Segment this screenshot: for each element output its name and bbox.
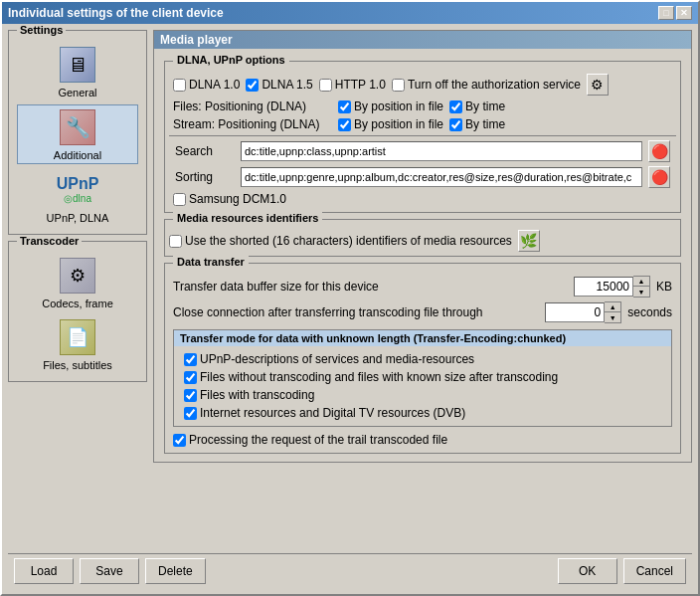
sidebar-item-additional[interactable]: 🔧 Additional [17,104,138,164]
additional-icon-img: 🔧 [60,109,95,145]
http10-checkbox-label[interactable]: HTTP 1.0 [319,78,386,92]
processing-row: Processing the request of the trail tran… [169,431,676,449]
dlna-subsection: DLNA, UPnP options DLNA 1.0 [164,61,681,213]
samsung-checkbox-label[interactable]: Samsung DCM1.0 [173,192,286,206]
settings-nav-items: 🖥 General 🔧 Additional [13,39,142,230]
additional-icon: 🔧 [58,107,97,147]
sorting-row: Sorting 🔴 [169,164,676,190]
sorting-settings-btn[interactable]: 🔴 [648,166,670,188]
sidebar-item-upnp[interactable]: UPnP ◎dlna UPnP, DLNA [17,168,138,226]
files-byposition-label[interactable]: By position in file [338,99,443,113]
samsung-row: Samsung DCM1.0 [169,190,676,208]
buffer-increment-btn[interactable]: ▲ [633,277,649,287]
transcoder-group: Transcoder ⚙ Codecs, frame 📄 [8,241,147,382]
settings-group-title: Settings [17,24,66,36]
processing-checkbox[interactable] [173,434,186,447]
close-conn-label: Close connection after transferring tran… [173,305,539,319]
sidebar-item-files[interactable]: 📄 Files, subtitles [17,315,138,373]
title-bar: Individual settings of the client device… [2,2,698,24]
close-increment-btn[interactable]: ▲ [605,302,620,312]
stream-bytime-checkbox[interactable] [449,118,462,131]
transfer-mode-section: Transfer mode for data with unknown leng… [173,329,672,427]
dlna10-checkbox-label[interactable]: DLNA 1.0 [173,78,240,92]
dlna-subsection-title: DLNA, UPnP options [173,54,289,66]
sidebar-item-codecs[interactable]: ⚙ Codecs, frame [17,254,138,311]
general-icon-img: 🖥 [60,47,95,83]
buffer-input[interactable] [574,277,633,297]
dlna10-label: DLNA 1.0 [189,78,240,92]
buffer-unit: KB [656,280,672,294]
stream-byposition-checkbox[interactable] [338,118,351,131]
right-panel: Media player DLNA, UPnP options DLNA 1.0 [153,30,692,547]
search-settings-btn[interactable]: 🔴 [648,140,670,162]
dlna10-checkbox[interactable] [173,79,186,92]
delete-button[interactable]: Delete [145,558,206,584]
upnp-icon-img: UPnP ◎dlna [57,176,99,204]
media-resources-btn[interactable]: 🌿 [518,230,540,252]
media-resources-title: Media resources identifiers [173,212,322,224]
transfer-check-label-3[interactable]: Internet resources and Digital TV resour… [184,406,465,420]
transfer-checkbox-1[interactable] [184,371,197,384]
stream-byposition-label[interactable]: By position in file [338,117,443,131]
files-bytime-label[interactable]: By time [449,99,505,113]
ok-button[interactable]: OK [558,558,617,584]
dlna15-checkbox[interactable] [246,79,259,92]
upnp-label: UPnP, DLNA [47,212,109,224]
load-button[interactable]: Load [14,558,74,584]
search-input[interactable] [241,141,642,161]
dlna15-label: DLNA 1.5 [262,78,312,92]
codecs-icon: ⚙ [58,256,97,296]
transfer-mode-header: Transfer mode for data with unknown leng… [174,330,671,346]
stream-bytime-label[interactable]: By time [449,117,505,131]
data-transfer-title: Data transfer [173,256,249,268]
processing-checkbox-label[interactable]: Processing the request of the trail tran… [173,433,447,447]
files-bytime-checkbox[interactable] [449,100,462,113]
turnoff-checkbox-label[interactable]: Turn off the authorization service [392,78,581,92]
http10-checkbox[interactable] [319,79,332,92]
general-label: General [58,87,96,99]
close-spinner: ▲ ▼ [545,301,621,323]
buffer-spinner: ▲ ▼ [574,276,650,298]
sorting-input[interactable] [241,167,642,187]
samsung-checkbox[interactable] [173,193,186,206]
close-decrement-btn[interactable]: ▼ [605,312,620,322]
close-conn-row: Close connection after transferring tran… [169,299,676,325]
dlna-checkboxes-row: DLNA 1.0 DLNA 1.5 HTTP 1.0 [169,72,676,98]
transfer-check-label-2[interactable]: Files with transcoding [184,388,314,402]
close-unit: seconds [627,305,672,319]
codecs-icon-img: ⚙ [60,258,95,294]
transcoder-nav-items: ⚙ Codecs, frame 📄 Files, subtitles [13,250,142,377]
cancel-button[interactable]: Cancel [623,558,686,584]
data-transfer-section: Data transfer Transfer data buffer size … [164,263,681,454]
transfer-check-row-0: UPnP-descriptions of services and media-… [180,350,665,368]
minimize-button[interactable]: □ [658,6,674,20]
transfer-check-text-1: Files without transcoding and files with… [200,370,558,384]
transfer-check-label-1[interactable]: Files without transcoding and files with… [184,370,558,384]
dlna-settings-icon-btn[interactable]: ⚙ [587,74,609,96]
buffer-decrement-btn[interactable]: ▼ [633,287,649,297]
dlna15-checkbox-label[interactable]: DLNA 1.5 [246,78,312,92]
transfer-checkbox-3[interactable] [184,407,197,420]
transfer-checkbox-2[interactable] [184,389,197,402]
transfer-checkbox-0[interactable] [184,353,197,366]
close-input[interactable] [545,302,605,322]
sidebar-item-general[interactable]: 🖥 General [17,43,138,100]
use-shorted-text: Use the shorted (16 characters) identifi… [185,234,512,248]
turnoff-checkbox[interactable] [392,79,405,92]
transfer-check-row-1: Files without transcoding and files with… [180,368,665,386]
media-player-header: Media player [154,31,691,49]
left-panel: Settings 🖥 General 🔧 Additio [8,30,147,547]
transfer-check-label-0[interactable]: UPnP-descriptions of services and media-… [184,352,474,366]
save-button[interactable]: Save [80,558,139,584]
files-byposition-checkbox[interactable] [338,100,351,113]
sorting-label: Sorting [175,170,235,184]
stream-positioning-row: Stream: Positioning (DLNA) By position i… [169,115,676,133]
http10-label: HTTP 1.0 [335,78,386,92]
files-bytime-text: By time [465,99,505,113]
settings-group: Settings 🖥 General 🔧 Additio [8,30,147,235]
use-shorted-checkbox[interactable] [169,235,182,248]
stream-bytime-text: By time [465,117,505,131]
close-button[interactable]: ✕ [676,6,692,20]
use-shorted-label[interactable]: Use the shorted (16 characters) identifi… [169,234,512,248]
files-byposition-text: By position in file [354,99,443,113]
